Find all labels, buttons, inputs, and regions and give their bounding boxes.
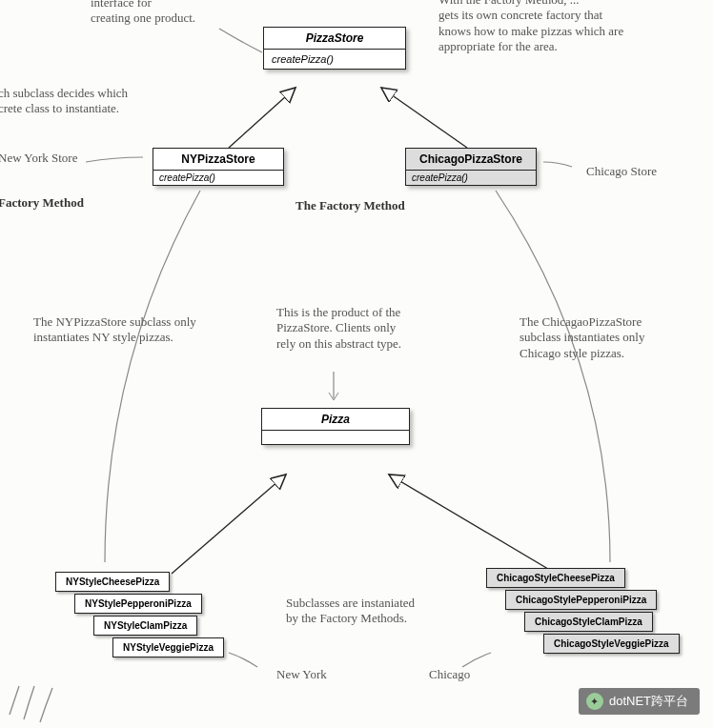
annotation-ny-subclass: The NYPizzaStore subclass only instantia… — [33, 314, 196, 346]
svg-line-0 — [229, 88, 295, 148]
annotation-subclass-decides: ch subclass decides which crete class to… — [0, 86, 128, 117]
class-chicago-pizza-3: ChicagoStyleVeggiePizza — [543, 634, 680, 654]
annotation-new-york: New York — [276, 667, 327, 682]
annotation-factory-method-left: Factory Method — [0, 195, 84, 211]
svg-line-3 — [389, 475, 553, 572]
class-body-empty — [262, 431, 409, 444]
class-chicago-pizza-1: ChicagoStylePepperoniPizza — [505, 590, 657, 610]
class-ny-pizza-store: NYPizzaStore createPizza() — [153, 148, 284, 186]
class-ny-pizza-1: NYStylePepperoniPizza — [74, 594, 202, 614]
class-chicago-pizza-0: ChicagoStyleCheesePizza — [486, 568, 625, 588]
annotation-ny-store: New York Store — [0, 151, 77, 166]
class-title: ChicagoPizzaStore — [406, 149, 536, 171]
annotation-chicago-subclass: The ChicagaoPizzaStore subclass instanti… — [519, 314, 644, 361]
class-pizza: Pizza — [261, 408, 410, 445]
class-ny-pizza-3: NYStyleVeggiePizza — [112, 637, 224, 657]
class-title: Pizza — [262, 409, 409, 431]
class-ny-pizza-0: NYStyleCheesePizza — [55, 572, 170, 592]
class-pizza-store: PizzaStore createPizza() — [263, 27, 406, 70]
annotation-chicago-store: Chicago Store — [586, 164, 657, 179]
class-ny-pizza-2: NYStyleClamPizza — [93, 616, 197, 636]
class-chicago-pizza-2: ChicagoStyleClamPizza — [524, 612, 653, 632]
svg-line-2 — [172, 475, 286, 574]
class-chicago-pizza-store: ChicagoPizzaStore createPizza() — [405, 148, 537, 186]
wechat-icon: ✦ — [586, 693, 603, 710]
class-method: createPizza() — [264, 50, 405, 69]
watermark: ✦ dotNET跨平台 — [579, 688, 700, 715]
class-method: createPizza() — [153, 171, 283, 185]
class-title: PizzaStore — [264, 28, 405, 50]
annotation-top-left: interface for creating one product. — [91, 0, 195, 27]
annotation-top-right: With the Factory Method, ... gets its ow… — [438, 0, 623, 54]
watermark-text: dotNET跨平台 — [609, 693, 688, 710]
annotation-product: This is the product of the PizzaStore. C… — [276, 305, 401, 352]
annotation-subclasses-instantiated: Subclasses are instaniated by the Factor… — [286, 596, 415, 627]
class-title: NYPizzaStore — [153, 149, 283, 171]
class-method: createPizza() — [406, 171, 536, 185]
svg-line-1 — [381, 88, 467, 148]
annotation-factory-method-mid: The Factory Method — [295, 198, 405, 213]
annotation-chicago: Chicago — [429, 667, 470, 682]
